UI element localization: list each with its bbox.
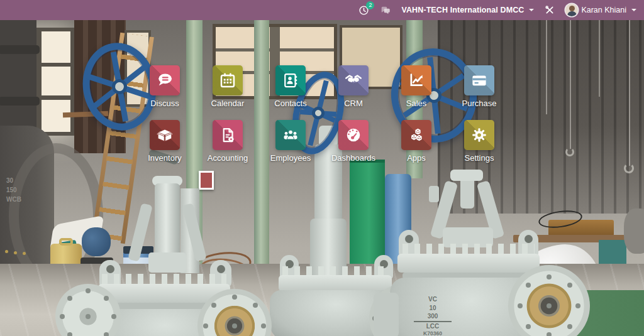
clock-icon: 2 [357, 4, 370, 16]
people-group-icon [275, 120, 306, 150]
valve-left [60, 176, 249, 336]
casting-line: 10 [414, 304, 452, 313]
right-valve-casting-text: VC 10 300 LCC K70360 [414, 295, 452, 336]
bonnet-flange [397, 254, 540, 273]
caret-down-icon [529, 9, 534, 11]
cubes-icon [401, 120, 431, 150]
valve-yoke-arm [182, 203, 207, 262]
brass-bolts [5, 250, 8, 253]
app-discuss[interactable]: Discuss [133, 65, 196, 108]
valve-yoke-cap [450, 170, 483, 181]
casting-line: 150 [6, 185, 21, 195]
hanging-chain [546, 20, 547, 114]
address-book-icon [275, 65, 306, 95]
casting-line: 300 [414, 312, 452, 322]
app-calendar[interactable]: Calendar [196, 65, 259, 108]
hanging-chain [599, 20, 600, 97]
app-label: CRM [322, 99, 385, 108]
user-name: Karan Khiani [581, 6, 626, 14]
hanging-chain [629, 20, 630, 166]
calendar-icon [213, 65, 243, 95]
casting-line: LCC [414, 322, 452, 331]
company-name: VAHN-TECH International DMCC [401, 6, 524, 14]
activities-badge: 2 [366, 1, 374, 9]
gray-boulder [624, 209, 644, 254]
dark-column-cap [0, 97, 40, 106]
activities-menu[interactable]: 2 [357, 4, 370, 16]
app-label: Discuss [133, 99, 196, 108]
chain-hook [624, 163, 634, 173]
app-label: Calendar [196, 99, 259, 108]
handshake-icon [338, 65, 369, 95]
app-label: Settings [448, 153, 511, 163]
chain-hook [565, 148, 574, 156]
top-navbar: 2 VAHN-TECH International DMCC Karan Khi… [0, 0, 644, 20]
app-purchase[interactable]: Purchase [448, 65, 511, 108]
app-label: Inventory [133, 153, 196, 163]
app-dashboards[interactable]: Dashboards [322, 120, 385, 163]
pipe-stub [374, 293, 399, 336]
gauge-icon [338, 120, 369, 150]
casting-line: 30 [6, 176, 21, 185]
app-sales[interactable]: Sales [385, 65, 448, 108]
app-settings[interactable]: Settings [448, 120, 511, 163]
casting-line: WCB [6, 195, 21, 204]
app-inventory[interactable]: Inventory [133, 120, 196, 163]
valve-yoke-column [155, 183, 180, 256]
open-box-icon [150, 120, 180, 150]
side-bolt-cap [429, 186, 439, 202]
line-chart-icon [401, 65, 431, 95]
app-contacts[interactable]: Contacts [259, 65, 322, 108]
app-apps[interactable]: Apps [385, 120, 448, 163]
app-label: Dashboards [322, 153, 385, 163]
bonnet-flange [279, 275, 392, 291]
credit-card-icon [464, 65, 494, 95]
app-accounting[interactable]: Accounting [196, 120, 259, 163]
app-label: Purchase [448, 99, 511, 108]
pipe-flange-bore [508, 265, 590, 336]
app-label: Sales [385, 99, 448, 108]
app-employees[interactable]: Employees [259, 120, 322, 163]
tools-menu[interactable] [543, 4, 556, 16]
user-menu[interactable]: Karan Khiani [565, 4, 636, 16]
hanging-chain [570, 20, 571, 149]
gear-icon [464, 120, 494, 150]
casting-line: K70360 [414, 330, 452, 336]
app-label: Employees [259, 153, 322, 163]
valve-right: VC 10 300 LCC K70360 [377, 170, 585, 336]
dark-column-cap [0, 45, 40, 54]
left-valve-casting-text: 30 150 WCB [6, 176, 21, 204]
chat-bubble-icon [150, 65, 180, 95]
company-switcher[interactable]: VAHN-TECH International DMCC [401, 6, 534, 14]
user-avatar [565, 4, 578, 16]
document-gear-icon [213, 120, 243, 150]
messages-menu[interactable] [379, 4, 392, 16]
app-crm[interactable]: CRM [322, 65, 385, 108]
valve-packing [148, 252, 186, 273]
caret-down-icon [631, 9, 636, 11]
app-label: Contacts [259, 99, 322, 108]
crossed-tools-icon [543, 4, 556, 16]
app-launcher-grid: Discuss Calendar Contacts CRM Sales Purc… [133, 65, 511, 163]
app-label: Apps [385, 153, 448, 163]
app-label: Accounting [196, 153, 259, 163]
casting-line: VC [414, 295, 452, 304]
chat-bubbles-icon [379, 4, 392, 16]
